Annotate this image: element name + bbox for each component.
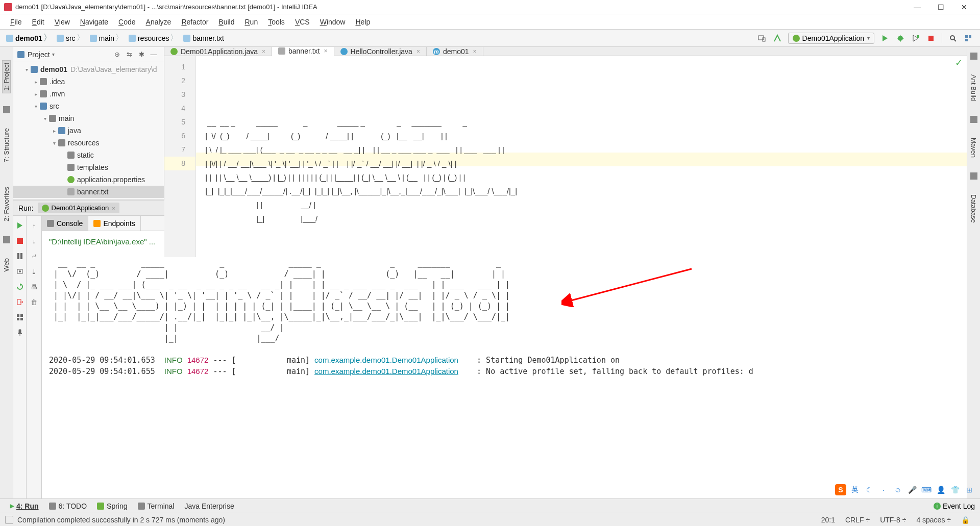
editor-tab-hellocontrollerjava[interactable]: HelloController.java× bbox=[334, 47, 427, 56]
ime-icon-3[interactable]: · bbox=[878, 484, 889, 495]
menu-window[interactable]: Window bbox=[315, 16, 351, 28]
console-tab-console[interactable]: Console bbox=[42, 216, 88, 231]
tree-node-main[interactable]: ▾main bbox=[13, 112, 164, 124]
inspector-icon[interactable]: 🔒 bbox=[956, 516, 975, 524]
breadcrumb-4[interactable]: banner.txt bbox=[181, 33, 226, 43]
ime-icon-6[interactable]: ⌨ bbox=[921, 484, 932, 495]
file-encoding[interactable]: UTF-8 ÷ bbox=[875, 516, 911, 524]
breadcrumb-0[interactable]: demo01〉 bbox=[4, 32, 55, 44]
run-config-tab[interactable]: Demo01Application × bbox=[38, 203, 119, 213]
tool-window-project[interactable]: 1: Project bbox=[2, 60, 11, 93]
project-tree[interactable]: ▾demo01D:\Java\Java_elementary\d▸.idea▸.… bbox=[13, 62, 164, 199]
java-enterprise-tool-button[interactable]: Java Enterprise bbox=[179, 501, 239, 511]
ime-icon-1[interactable]: 英 bbox=[849, 484, 861, 495]
responsive-preview-icon[interactable] bbox=[756, 33, 768, 44]
tool-window-database[interactable]: Database bbox=[970, 192, 977, 225]
breadcrumb-1[interactable]: src〉 bbox=[55, 32, 88, 44]
up-button[interactable]: ↑ bbox=[30, 221, 39, 230]
tree-node-templates[interactable]: templates bbox=[13, 161, 164, 173]
menu-refactor[interactable]: Refactor bbox=[176, 16, 213, 28]
run-configuration-selector[interactable]: Demo01Application ▾ bbox=[788, 33, 874, 44]
indent-setting[interactable]: 4 spaces ÷ bbox=[911, 516, 956, 524]
code-area[interactable]: __ __ _ _____ _ _____ _ _ _______ _ | \/… bbox=[196, 56, 967, 257]
close-icon[interactable]: × bbox=[262, 48, 265, 55]
editor-text[interactable]: __ __ _ _____ _ _____ _ _ _______ _ | \/… bbox=[203, 102, 960, 226]
tree-node-static[interactable]: static bbox=[13, 149, 164, 161]
coverage-button[interactable] bbox=[910, 33, 921, 44]
ime-toolbar[interactable]: S英☾·☺🎤⌨👤👕⊞ bbox=[835, 484, 975, 495]
soft-wrap-button[interactable]: ⤶ bbox=[30, 252, 39, 261]
tool-window-maven[interactable]: Maven bbox=[970, 136, 977, 160]
build-icon[interactable] bbox=[772, 33, 783, 44]
event-log-button[interactable]: iEvent Log bbox=[934, 502, 975, 510]
menu-help[interactable]: Help bbox=[350, 16, 375, 28]
dump-threads-button[interactable] bbox=[15, 267, 24, 276]
close-icon[interactable]: × bbox=[473, 48, 477, 55]
tree-node-applicationproperties[interactable]: application.properties bbox=[13, 173, 164, 186]
tree-node-test[interactable]: ▸test bbox=[13, 198, 164, 199]
todo-tool-button[interactable]: 6: TODO bbox=[44, 501, 92, 511]
close-icon[interactable]: × bbox=[324, 47, 328, 55]
menu-file[interactable]: File bbox=[5, 16, 27, 28]
rerun-button[interactable] bbox=[15, 221, 24, 230]
pin-button[interactable] bbox=[15, 328, 24, 337]
ime-icon-8[interactable]: 👕 bbox=[949, 484, 961, 495]
menu-code[interactable]: Code bbox=[113, 16, 140, 28]
close-icon[interactable]: × bbox=[112, 205, 115, 211]
tool-window-antbuild[interactable]: Ant Build bbox=[970, 72, 977, 103]
settings-icon[interactable]: ✱ bbox=[137, 50, 146, 59]
cursor-position[interactable]: 20:1 bbox=[816, 516, 840, 524]
tree-node-src[interactable]: ▾src bbox=[13, 100, 164, 112]
tree-node-idea[interactable]: ▸.idea bbox=[13, 76, 164, 88]
line-ending[interactable]: CRLF ÷ bbox=[840, 516, 875, 524]
chevron-down-icon[interactable]: ▾ bbox=[52, 52, 55, 57]
ime-icon-9[interactable]: ⊞ bbox=[964, 484, 975, 495]
breadcrumb-3[interactable]: resources〉 bbox=[127, 32, 181, 44]
exit-button[interactable] bbox=[15, 297, 24, 307]
restart-button[interactable] bbox=[15, 282, 24, 291]
stop-button[interactable] bbox=[925, 33, 937, 44]
spring-tool-button[interactable]: Spring bbox=[92, 501, 132, 511]
stop-button[interactable] bbox=[15, 236, 24, 245]
menu-vcs[interactable]: VCS bbox=[290, 16, 315, 28]
pause-button[interactable] bbox=[15, 252, 24, 261]
tool-window-favorites[interactable]: 2: Favorites bbox=[3, 185, 10, 223]
down-button[interactable]: ↓ bbox=[30, 236, 39, 245]
close-icon[interactable]: × bbox=[416, 48, 420, 55]
editor-tab-demo01applicationjava[interactable]: Demo01Application.java× bbox=[164, 47, 272, 56]
tool-window-web[interactable]: Web bbox=[3, 256, 10, 274]
run-tool-button[interactable]: ▶4: Run bbox=[5, 501, 44, 511]
maximize-button[interactable]: ☐ bbox=[929, 0, 952, 14]
tree-node-mvn[interactable]: ▸.mvn bbox=[13, 88, 164, 100]
editor-body[interactable]: 12345678 __ __ _ _____ _ _____ _ _ _____… bbox=[164, 56, 967, 257]
ime-icon-0[interactable]: S bbox=[835, 484, 846, 495]
tree-node-resources[interactable]: ▾resources bbox=[13, 137, 164, 149]
menu-navigate[interactable]: Navigate bbox=[75, 16, 113, 28]
toggle-tool-windows-icon[interactable] bbox=[5, 516, 13, 524]
close-button[interactable]: ✕ bbox=[952, 0, 976, 14]
console-tab-endpoints[interactable]: Endpoints bbox=[88, 216, 140, 231]
menu-tools[interactable]: Tools bbox=[263, 16, 290, 28]
console-output[interactable]: "D:\Intellij IDEA\bin\java.exe" ... __ _… bbox=[42, 231, 967, 498]
tool-window-structure[interactable]: 7: Structure bbox=[3, 126, 10, 164]
hide-icon[interactable]: — bbox=[149, 50, 158, 59]
ime-icon-7[interactable]: 👤 bbox=[935, 484, 946, 495]
menu-build[interactable]: Build bbox=[213, 16, 239, 28]
select-opened-file-icon[interactable]: ⊕ bbox=[112, 50, 121, 59]
minimize-button[interactable]: — bbox=[905, 0, 929, 14]
ime-icon-5[interactable]: 🎤 bbox=[906, 484, 918, 495]
menu-run[interactable]: Run bbox=[239, 16, 263, 28]
layout-button[interactable] bbox=[15, 313, 24, 322]
search-everywhere-icon[interactable] bbox=[947, 33, 959, 44]
project-structure-icon[interactable] bbox=[963, 33, 974, 44]
ime-icon-2[interactable]: ☾ bbox=[864, 484, 875, 495]
analysis-ok-icon[interactable]: ✓ bbox=[955, 57, 963, 68]
menu-analyze[interactable]: Analyze bbox=[141, 16, 177, 28]
project-title[interactable]: Project bbox=[28, 51, 50, 59]
editor-tab-demo01[interactable]: mdemo01× bbox=[427, 47, 483, 56]
print-button[interactable]: 🖶 bbox=[30, 282, 39, 291]
debug-button[interactable] bbox=[895, 33, 906, 44]
editor-tab-bannertxt[interactable]: banner.txt× bbox=[272, 47, 334, 56]
clear-all-button[interactable]: 🗑 bbox=[30, 297, 39, 307]
breadcrumb-2[interactable]: main〉 bbox=[88, 32, 127, 44]
